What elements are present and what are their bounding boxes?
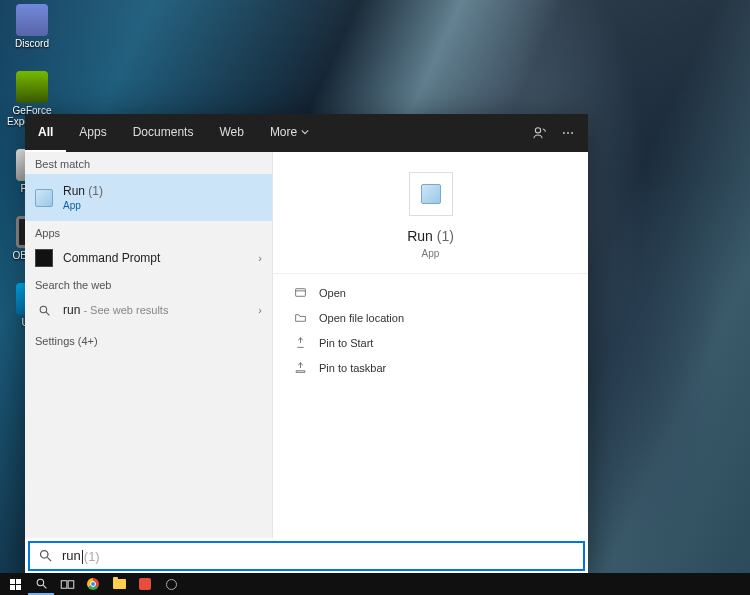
start-button[interactable] xyxy=(2,573,28,595)
typed-chars: run xyxy=(62,548,81,563)
svg-rect-6 xyxy=(295,289,305,297)
windows-logo-icon xyxy=(10,579,21,590)
detail-name: Run xyxy=(407,228,433,244)
search-detail-pane: Run (1) App Open Open file location Pin … xyxy=(273,152,588,538)
action-pin-to-taskbar[interactable]: Pin to taskbar xyxy=(273,355,588,380)
desktop-icon-discord[interactable]: Discord xyxy=(4,4,60,49)
search-filter-tabs: All Apps Documents Web More xyxy=(25,114,588,152)
tab-web[interactable]: Web xyxy=(206,114,256,152)
svg-rect-12 xyxy=(68,580,74,588)
web-term: run xyxy=(63,303,80,317)
detail-type: App xyxy=(422,248,440,259)
result-title: run - See web results xyxy=(63,303,168,317)
chevron-down-icon xyxy=(301,125,309,139)
command-prompt-icon xyxy=(35,249,53,267)
run-icon xyxy=(421,184,441,204)
section-header-search-web: Search the web xyxy=(25,273,272,295)
search-typed-text: run xyxy=(62,548,84,564)
svg-line-5 xyxy=(46,312,49,315)
folder-icon xyxy=(113,579,126,589)
result-title: Run (1) xyxy=(63,184,103,198)
taskbar-search-button[interactable] xyxy=(28,573,54,595)
tab-all[interactable]: All xyxy=(25,114,66,152)
chevron-right-icon: › xyxy=(258,252,262,264)
svg-point-0 xyxy=(535,128,540,133)
search-results-list: Best match Run (1) App Apps Command Prom… xyxy=(25,152,273,538)
taskbar-app-chrome[interactable] xyxy=(80,573,106,595)
search-icon xyxy=(38,548,54,564)
tab-documents[interactable]: Documents xyxy=(120,114,207,152)
open-icon xyxy=(291,286,309,299)
detail-header: Run (1) App xyxy=(273,152,588,274)
task-view-button[interactable] xyxy=(54,573,80,595)
tab-apps[interactable]: Apps xyxy=(66,114,119,152)
svg-point-4 xyxy=(40,306,47,313)
search-input[interactable]: run (1) xyxy=(28,541,585,571)
action-label: Open file location xyxy=(319,312,404,324)
tab-more[interactable]: More xyxy=(257,114,322,152)
action-label: Open xyxy=(319,287,346,299)
taskbar-app-generic[interactable] xyxy=(132,573,158,595)
run-icon xyxy=(35,189,53,207)
action-pin-to-start[interactable]: Pin to Start xyxy=(273,330,588,355)
result-web-run[interactable]: run - See web results › xyxy=(25,295,272,325)
svg-point-9 xyxy=(37,579,44,586)
action-label: Pin to taskbar xyxy=(319,362,386,374)
svg-point-1 xyxy=(563,132,565,134)
pin-taskbar-icon xyxy=(291,361,309,374)
taskbar-app-explorer[interactable] xyxy=(106,573,132,595)
action-label: Pin to Start xyxy=(319,337,373,349)
pin-start-icon xyxy=(291,336,309,349)
result-name: Run xyxy=(63,184,85,198)
svg-point-7 xyxy=(41,551,49,559)
result-title: Command Prompt xyxy=(63,251,160,265)
search-icon xyxy=(35,301,53,319)
detail-title: Run (1) xyxy=(407,228,454,244)
detail-app-icon xyxy=(409,172,453,216)
text-caret xyxy=(82,550,83,564)
web-suffix: - See web results xyxy=(80,304,168,316)
feedback-icon[interactable] xyxy=(528,121,552,145)
discord-icon xyxy=(16,4,48,36)
chevron-right-icon: › xyxy=(258,304,262,316)
desktop-icon-label: Discord xyxy=(15,38,49,49)
svg-point-2 xyxy=(567,132,569,134)
svg-line-10 xyxy=(43,585,46,588)
start-search-panel: All Apps Documents Web More Best match xyxy=(25,114,588,574)
taskbar-app-generic2[interactable] xyxy=(158,573,184,595)
nvidia-icon xyxy=(16,71,48,103)
chrome-icon xyxy=(87,578,99,590)
folder-open-icon xyxy=(291,311,309,324)
detail-action-list: Open Open file location Pin to Start Pin… xyxy=(273,274,588,386)
app-icon xyxy=(166,579,177,590)
tab-more-label: More xyxy=(270,125,297,139)
result-best-match-run[interactable]: Run (1) App xyxy=(25,174,272,221)
action-open-file-location[interactable]: Open file location xyxy=(273,305,588,330)
svg-line-8 xyxy=(47,557,51,561)
svg-rect-11 xyxy=(61,580,67,588)
search-autocomplete-hint: (1) xyxy=(84,549,100,564)
result-app-command-prompt[interactable]: Command Prompt › xyxy=(25,243,272,273)
taskbar xyxy=(0,573,750,595)
svg-point-3 xyxy=(571,132,573,134)
section-header-best-match: Best match xyxy=(25,152,272,174)
action-open[interactable]: Open xyxy=(273,280,588,305)
result-type: App xyxy=(63,200,103,211)
more-options-icon[interactable] xyxy=(556,121,580,145)
detail-count: (1) xyxy=(437,228,454,244)
app-icon xyxy=(139,578,151,590)
result-count: (1) xyxy=(88,184,103,198)
section-header-settings[interactable]: Settings (4+) xyxy=(25,325,272,351)
section-header-apps: Apps xyxy=(25,221,272,243)
